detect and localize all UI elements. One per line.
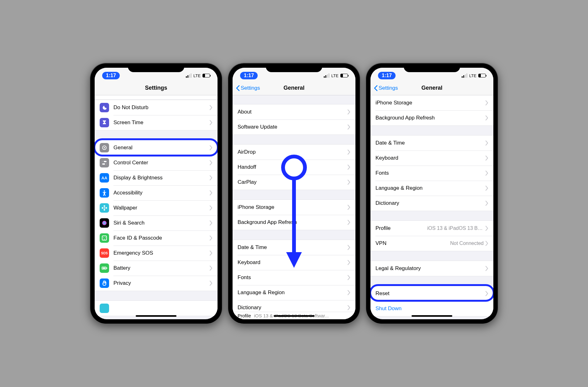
general-content-scrolled[interactable]: iPhone StorageBackground App Refresh Dat… <box>370 95 493 319</box>
general-row-language-region[interactable]: Language & Region <box>233 285 355 300</box>
settings-row-screen-time[interactable]: Screen Time <box>95 115 218 130</box>
general-row-reset[interactable]: Reset <box>370 286 493 301</box>
row-label: Siri & Search <box>113 220 210 226</box>
general-row-background-app-refresh[interactable]: Background App Refresh <box>233 215 355 230</box>
general-row-software-update[interactable]: Software Update <box>233 119 355 135</box>
hourglass-icon <box>100 118 109 127</box>
svg-rect-14 <box>102 236 107 240</box>
row-label: Fonts <box>238 274 348 281</box>
row-label: Date & Time <box>238 244 348 251</box>
chevron-right-icon <box>210 266 213 271</box>
row-label: Privacy <box>113 280 210 286</box>
settings-row-face-id-passcode[interactable]: Face ID & Passcode <box>95 231 218 246</box>
nav-bar: Settings <box>95 81 218 95</box>
chevron-right-icon <box>486 241 488 246</box>
settings-row-control-center[interactable]: Control Center <box>95 155 218 170</box>
chevron-right-icon <box>348 220 350 225</box>
general-row-dictionary[interactable]: Dictionary <box>370 196 493 211</box>
back-button[interactable]: Settings <box>236 85 260 91</box>
battery-icon <box>340 74 348 77</box>
row-detail: Not Connected <box>450 241 484 246</box>
general-row-date-time[interactable]: Date & Time <box>233 240 355 255</box>
row-label: Do Not Disturb <box>113 104 210 111</box>
switches-icon <box>100 158 109 167</box>
settings-row-privacy[interactable]: Privacy <box>95 276 218 291</box>
chevron-right-icon <box>210 251 213 256</box>
general-row-keyboard[interactable]: Keyboard <box>233 255 355 270</box>
chevron-right-icon <box>486 156 488 161</box>
home-indicator[interactable] <box>274 315 314 317</box>
settings-content[interactable]: Do Not DisturbScreen Time GeneralControl… <box>95 95 218 319</box>
settings-row-do-not-disturb[interactable]: Do Not Disturb <box>95 100 218 115</box>
phone-general-top: 1:17 LTE Settings General AboutSoftware … <box>228 63 360 324</box>
back-label: Settings <box>379 85 398 91</box>
general-row-date-time[interactable]: Date & Time <box>370 135 493 151</box>
chevron-right-icon <box>210 236 213 241</box>
home-indicator[interactable] <box>412 315 452 317</box>
sos-icon: SOS <box>100 248 109 258</box>
general-row-shut-down[interactable]: Shut Down <box>370 301 493 316</box>
svg-point-16 <box>105 237 106 238</box>
row-label: Wallpaper <box>113 205 210 211</box>
general-row-profile[interactable]: ProfileiOS 13 & iPadOS 13 Beta Softwar..… <box>370 221 493 236</box>
chevron-right-icon <box>486 186 488 191</box>
svg-point-9 <box>104 205 105 207</box>
status-time-pill[interactable]: 1:17 <box>378 72 396 79</box>
general-row-keyboard[interactable]: Keyboard <box>370 151 493 166</box>
settings-row-display-brightness[interactable]: AADisplay & Brightness <box>95 170 218 185</box>
settings-row-emergency-sos[interactable]: SOSEmergency SOS <box>95 246 218 261</box>
network-label: LTE <box>193 73 201 78</box>
general-row-vpn[interactable]: VPNNot Connected <box>370 236 493 251</box>
row-label: About <box>238 109 348 115</box>
general-row-fonts[interactable]: Fonts <box>370 166 493 181</box>
row-label: Date & Time <box>375 140 486 146</box>
row-label: General <box>113 145 210 151</box>
row-label: Language & Region <box>238 289 348 296</box>
settings-row-siri-search[interactable]: Siri & Search <box>95 215 218 231</box>
faceid-icon <box>100 233 109 243</box>
general-row-background-app-refresh[interactable]: Background App Refresh <box>370 110 493 125</box>
row-label: Background App Refresh <box>375 115 486 121</box>
general-row-handoff[interactable]: Handoff <box>233 160 355 175</box>
network-label: LTE <box>469 73 476 78</box>
battery-icon <box>478 74 486 77</box>
aa-icon: AA <box>100 173 109 183</box>
hand-icon <box>100 278 109 288</box>
general-row-iphone-storage[interactable]: iPhone Storage <box>370 95 493 110</box>
chevron-right-icon <box>348 290 350 295</box>
row-detail: iOS 13 & iPadOS 13 Beta Softwar... <box>427 225 484 231</box>
chevron-right-icon <box>348 245 350 250</box>
general-row-carplay[interactable]: CarPlay <box>233 175 355 190</box>
row-label: Control Center <box>113 160 210 166</box>
page-title: Settings <box>95 85 218 91</box>
row-label: Software Update <box>238 124 348 130</box>
status-time-pill[interactable]: 1:17 <box>240 72 258 79</box>
svg-text:AA: AA <box>102 176 108 180</box>
general-content[interactable]: AboutSoftware Update AirDropHandoffCarPl… <box>233 95 355 319</box>
back-button[interactable]: Settings <box>374 85 398 91</box>
general-row-legal-regulatory[interactable]: Legal & Regulatory <box>370 261 493 276</box>
chevron-right-icon <box>348 150 350 155</box>
row-label: CarPlay <box>238 179 348 185</box>
row-label: Fonts <box>375 170 486 176</box>
svg-point-12 <box>106 207 107 209</box>
svg-point-15 <box>103 237 104 238</box>
chevron-right-icon <box>348 275 350 280</box>
chevron-right-icon <box>348 109 350 114</box>
settings-row-general[interactable]: General <box>95 140 218 155</box>
chevron-right-icon <box>210 220 213 225</box>
battery-icon <box>202 74 210 77</box>
general-row-fonts[interactable]: Fonts <box>233 270 355 285</box>
settings-row-wallpaper[interactable]: Wallpaper <box>95 200 218 215</box>
settings-row-battery[interactable]: Battery <box>95 261 218 276</box>
settings-row-accessibility[interactable]: Accessibility <box>95 185 218 200</box>
general-row-airdrop[interactable]: AirDrop <box>233 145 355 160</box>
general-row-iphone-storage[interactable]: iPhone Storage <box>233 200 355 215</box>
chevron-right-icon <box>348 305 350 310</box>
status-time-pill[interactable]: 1:17 <box>102 72 120 79</box>
general-row-about[interactable]: About <box>233 104 355 119</box>
home-indicator[interactable] <box>136 315 176 317</box>
svg-point-8 <box>104 207 105 209</box>
general-row-language-region[interactable]: Language & Region <box>370 181 493 196</box>
row-label: Battery <box>113 265 210 271</box>
